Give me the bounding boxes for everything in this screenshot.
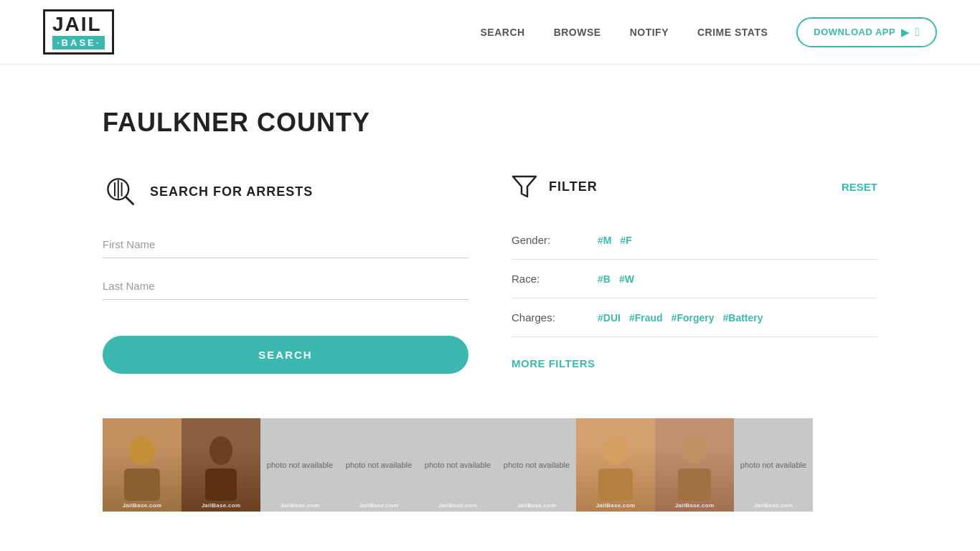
main-content: FAULKNER COUNTY SEARCH FOR A	[60, 65, 920, 512]
filter-tag-female[interactable]: #F	[620, 235, 631, 246]
svg-point-12	[683, 437, 706, 464]
filter-section: FILTER RESET Gender: #M #F Race: #B #W	[512, 174, 877, 375]
gender-label: Gender:	[512, 234, 583, 246]
last-name-group	[103, 273, 468, 300]
charges-label: Charges:	[512, 311, 583, 324]
filter-icon	[512, 174, 537, 199]
first-name-group	[103, 231, 468, 258]
svg-point-8	[209, 436, 232, 465]
logo[interactable]: JAIL ·BASE·	[43, 9, 114, 55]
filter-header: FILTER RESET	[512, 174, 877, 199]
mugshot-watermark: JailBase.com	[497, 502, 576, 509]
nav-notify[interactable]: NOTIFY	[630, 27, 669, 38]
search-section: SEARCH FOR ARRESTS SEARCH	[103, 174, 468, 375]
svg-rect-9	[205, 468, 237, 501]
mugshot-watermark: JailBase.com	[576, 502, 655, 509]
mugshot-watermark: JailBase.com	[260, 502, 339, 509]
mugshot-item[interactable]: photo not available JailBase.com	[734, 418, 813, 512]
filter-tag-fraud[interactable]: #Fraud	[629, 312, 663, 324]
mugshot-placeholder: photo not available	[497, 418, 576, 512]
nav-search[interactable]: SEARCH	[481, 27, 525, 38]
mugshot-item[interactable]: photo not available JailBase.com	[418, 418, 497, 512]
mugshot-photo	[655, 418, 734, 512]
mugshot-watermark: JailBase.com	[655, 502, 734, 509]
more-filters-button[interactable]: MORE FILTERS	[512, 352, 595, 375]
mugshot-placeholder: photo not available	[418, 418, 497, 512]
mugshot-placeholder: photo not available	[260, 418, 339, 512]
download-app-label: DOWNLOAD APP	[814, 27, 895, 37]
county-title: FAULKNER COUNTY	[103, 108, 877, 138]
logo-base-text: ·BASE·	[57, 37, 100, 48]
charges-tags: #DUI #Fraud #Forgery #Battery	[598, 312, 763, 324]
mugshot-placeholder: photo not available	[734, 418, 813, 512]
race-label: Race:	[512, 273, 583, 285]
mugshot-watermark: JailBase.com	[339, 502, 418, 509]
search-filter-row: SEARCH FOR ARRESTS SEARCH FILTER R	[103, 174, 877, 375]
svg-rect-11	[598, 468, 633, 501]
svg-rect-7	[124, 468, 160, 501]
mugshot-item[interactable]: JailBase.com	[576, 418, 655, 512]
mugshot-watermark: JailBase.com	[418, 502, 497, 509]
apple-icon: 	[915, 26, 920, 39]
charges-filter-row: Charges: #DUI #Fraud #Forgery #Battery	[512, 298, 877, 337]
mugshot-photo	[103, 418, 182, 512]
mugshot-placeholder: photo not available	[339, 418, 418, 512]
mugshot-item[interactable]: JailBase.com	[103, 418, 182, 512]
gender-tags: #M #F	[598, 235, 632, 246]
svg-point-10	[603, 436, 628, 465]
mugshot-watermark: JailBase.com	[734, 502, 813, 509]
mugshot-item[interactable]: photo not available JailBase.com	[260, 418, 339, 512]
filter-tag-forgery[interactable]: #Forgery	[672, 312, 715, 324]
filter-tag-dui[interactable]: #DUI	[598, 312, 621, 324]
first-name-input[interactable]	[103, 231, 468, 258]
svg-marker-5	[513, 176, 536, 197]
main-nav: SEARCH BROWSE NOTIFY CRIME STATS DOWNLOA…	[481, 17, 937, 47]
play-icon: ▶	[901, 27, 910, 38]
mugshot-item[interactable]: photo not available JailBase.com	[497, 418, 576, 512]
mugshot-photo	[182, 418, 260, 512]
mugshots-row: JailBase.com JailBase.com photo not avai…	[103, 418, 877, 512]
mugshot-item[interactable]: JailBase.com	[182, 418, 260, 512]
search-header: SEARCH FOR ARRESTS	[103, 174, 468, 209]
nav-crime-stats[interactable]: CRIME STATS	[697, 27, 768, 38]
last-name-input[interactable]	[103, 273, 468, 300]
logo-jail-text: JAIL	[52, 14, 105, 34]
reset-button[interactable]: RESET	[842, 181, 877, 193]
filter-tag-battery[interactable]: #Battery	[723, 312, 763, 324]
mugshot-item[interactable]: JailBase.com	[655, 418, 734, 512]
filter-header-left: FILTER	[512, 174, 598, 199]
site-header: JAIL ·BASE· SEARCH BROWSE NOTIFY CRIME S…	[0, 0, 980, 65]
svg-line-4	[126, 197, 133, 204]
filter-tag-male[interactable]: #M	[598, 235, 611, 246]
search-section-title: SEARCH FOR ARRESTS	[150, 184, 313, 199]
download-app-button[interactable]: DOWNLOAD APP ▶ 	[796, 17, 937, 47]
mugshot-watermark: JailBase.com	[182, 502, 260, 509]
filter-section-title: FILTER	[549, 179, 598, 194]
mugshot-photo	[576, 418, 655, 512]
filter-tag-black[interactable]: #B	[598, 273, 611, 285]
filter-tag-white[interactable]: #W	[619, 273, 634, 285]
nav-browse[interactable]: BROWSE	[554, 27, 601, 38]
svg-point-6	[129, 436, 155, 465]
mugshot-item[interactable]: photo not available JailBase.com	[339, 418, 418, 512]
svg-rect-13	[678, 468, 711, 501]
search-button[interactable]: SEARCH	[103, 336, 468, 374]
mugshot-watermark: JailBase.com	[103, 502, 182, 509]
search-arrests-icon	[103, 174, 138, 209]
race-tags: #B #W	[598, 273, 634, 285]
race-filter-row: Race: #B #W	[512, 260, 877, 298]
gender-filter-row: Gender: #M #F	[512, 221, 877, 260]
